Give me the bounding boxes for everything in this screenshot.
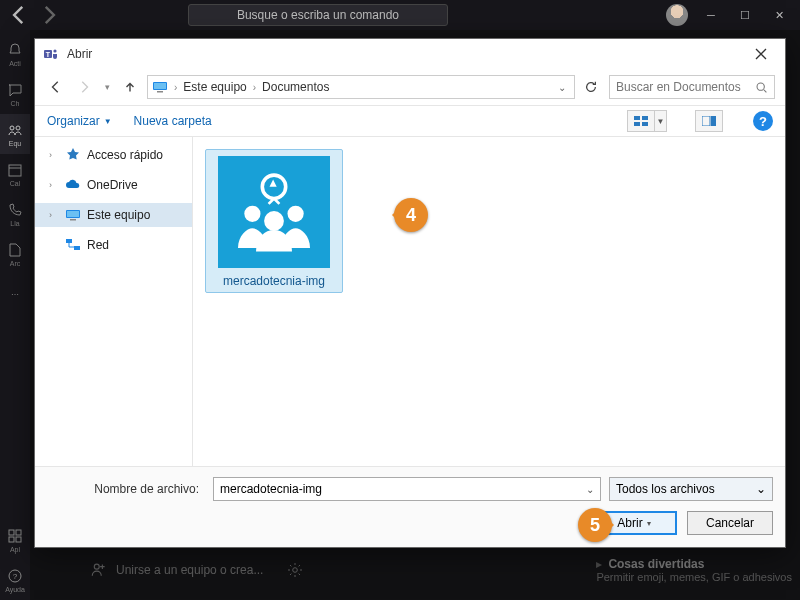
- rail-files[interactable]: Arc: [0, 234, 30, 274]
- view-mode-button[interactable]: ▼: [627, 110, 667, 132]
- svg-rect-20: [634, 122, 640, 126]
- svg-text:?: ?: [13, 572, 18, 581]
- callout-5: 5: [578, 508, 612, 542]
- file-list-pane[interactable]: mercadotecnia-img: [193, 137, 785, 466]
- nav-up-button[interactable]: [119, 76, 141, 98]
- thispc-icon: [65, 207, 81, 223]
- new-folder-button[interactable]: Nueva carpeta: [134, 114, 212, 128]
- svg-rect-19: [642, 116, 648, 120]
- star-icon: [65, 147, 81, 163]
- svg-rect-26: [70, 219, 76, 221]
- svg-rect-6: [16, 537, 21, 542]
- teams-search-box[interactable]: Busque o escriba un comando: [188, 4, 448, 26]
- svg-rect-15: [154, 83, 166, 89]
- rail-activity[interactable]: Acti: [0, 34, 30, 74]
- svg-rect-16: [157, 91, 163, 93]
- svg-rect-22: [702, 116, 710, 126]
- rail-more[interactable]: ⋯: [0, 274, 30, 314]
- svg-rect-21: [642, 122, 648, 126]
- svg-rect-2: [9, 165, 21, 176]
- breadcrumb-dropdown-icon[interactable]: ⌄: [558, 82, 570, 93]
- file-thumbnail-label: mercadotecnia-img: [223, 274, 325, 288]
- avatar[interactable]: [666, 4, 688, 26]
- nav-forward-button[interactable]: [73, 76, 95, 98]
- chevron-right-icon[interactable]: ›: [49, 210, 59, 220]
- file-thumbnail-image: [218, 156, 330, 268]
- svg-point-30: [244, 206, 260, 222]
- svg-rect-25: [67, 211, 79, 217]
- rail-help[interactable]: ?Ayuda: [0, 560, 30, 600]
- chevron-right-icon: ›: [172, 82, 179, 93]
- svg-rect-18: [634, 116, 640, 120]
- thispc-icon: [152, 79, 168, 95]
- window-maximize-icon[interactable]: ☐: [728, 2, 762, 28]
- nav-tree: › Acceso rápido › OneDrive › Este equipo…: [35, 137, 193, 466]
- window-close-icon[interactable]: ✕: [762, 2, 796, 28]
- rail-calendar[interactable]: Cal: [0, 154, 30, 194]
- callout-4: 4: [394, 198, 428, 232]
- teams-search-placeholder: Busque o escriba un comando: [237, 8, 399, 22]
- organize-menu[interactable]: Organizar▼: [47, 114, 112, 128]
- file-open-dialog: T Abrir ▾ › Este equipo › Documentos ⌄ B…: [34, 38, 786, 548]
- dialog-close-button[interactable]: [745, 42, 777, 66]
- svg-point-17: [757, 83, 764, 90]
- svg-rect-5: [9, 537, 14, 542]
- dialog-titlebar: T Abrir: [35, 39, 785, 69]
- svg-rect-3: [9, 530, 14, 535]
- chevron-down-icon[interactable]: ▼: [655, 110, 667, 132]
- filename-input[interactable]: mercadotecnia-img ⌄: [213, 477, 601, 501]
- rail-chat[interactable]: Ch: [0, 74, 30, 114]
- svg-point-31: [288, 206, 304, 222]
- breadcrumb-folder[interactable]: Documentos: [262, 80, 329, 94]
- svg-rect-4: [16, 530, 21, 535]
- svg-point-1: [16, 126, 20, 130]
- filter-value: Todos los archivos: [616, 482, 715, 496]
- teams-titlebar: Busque o escriba un comando ─ ☐ ✕: [0, 0, 800, 30]
- nav-back-icon[interactable]: [6, 2, 32, 28]
- tree-this-pc[interactable]: › Este equipo: [35, 203, 192, 227]
- breadcrumb[interactable]: › Este equipo › Documentos ⌄: [147, 75, 575, 99]
- dialog-toolbar: Organizar▼ Nueva carpeta ▼ ?: [35, 105, 785, 137]
- dialog-footer: Nombre de archivo: mercadotecnia-img ⌄ T…: [35, 466, 785, 547]
- search-icon: [755, 81, 768, 94]
- svg-rect-23: [711, 116, 716, 126]
- split-dropdown-icon[interactable]: ▾: [647, 519, 651, 528]
- svg-rect-27: [66, 239, 72, 243]
- preview-pane-button[interactable]: [695, 110, 723, 132]
- cancel-button[interactable]: Cancelar: [687, 511, 773, 535]
- nav-forward-icon[interactable]: [36, 2, 62, 28]
- svg-point-32: [264, 211, 284, 231]
- dialog-title: Abrir: [67, 47, 92, 61]
- network-icon: [65, 237, 81, 253]
- svg-point-0: [10, 126, 14, 130]
- window-minimize-icon[interactable]: ─: [694, 2, 728, 28]
- tree-quick-access[interactable]: › Acceso rápido: [35, 143, 192, 167]
- refresh-button[interactable]: [579, 75, 603, 99]
- filename-value: mercadotecnia-img: [220, 482, 322, 496]
- tree-network[interactable]: › Red: [35, 233, 192, 257]
- svg-point-13: [53, 49, 56, 52]
- teams-left-rail: Acti Ch Equ Cal Lla Arc ⋯ Apl ?Ayuda: [0, 30, 30, 600]
- help-button[interactable]: ?: [753, 111, 773, 131]
- rail-apps[interactable]: Apl: [0, 520, 30, 560]
- dialog-address-bar: ▾ › Este equipo › Documentos ⌄ Buscar en…: [35, 69, 785, 105]
- rail-teams[interactable]: Equ: [0, 114, 30, 154]
- file-type-filter[interactable]: Todos los archivos ⌄: [609, 477, 773, 501]
- chevron-right-icon[interactable]: ›: [49, 150, 59, 160]
- svg-text:T: T: [46, 51, 51, 58]
- filename-label: Nombre de archivo:: [47, 482, 205, 496]
- svg-point-29: [262, 175, 285, 198]
- nav-back-button[interactable]: [45, 76, 67, 98]
- nav-recent-dropdown[interactable]: ▾: [101, 82, 113, 92]
- tree-onedrive[interactable]: › OneDrive: [35, 173, 192, 197]
- breadcrumb-root[interactable]: Este equipo: [183, 80, 246, 94]
- chevron-down-icon[interactable]: ⌄: [756, 482, 766, 496]
- file-thumbnail-selected[interactable]: mercadotecnia-img: [205, 149, 343, 293]
- rail-calls[interactable]: Lla: [0, 194, 30, 234]
- search-placeholder: Buscar en Documentos: [616, 80, 749, 94]
- dialog-search-input[interactable]: Buscar en Documentos: [609, 75, 775, 99]
- chevron-down-icon[interactable]: ⌄: [586, 484, 594, 495]
- chevron-right-icon[interactable]: ›: [49, 180, 59, 190]
- chevron-right-icon: ›: [251, 82, 258, 93]
- teams-logo-icon: T: [43, 46, 59, 62]
